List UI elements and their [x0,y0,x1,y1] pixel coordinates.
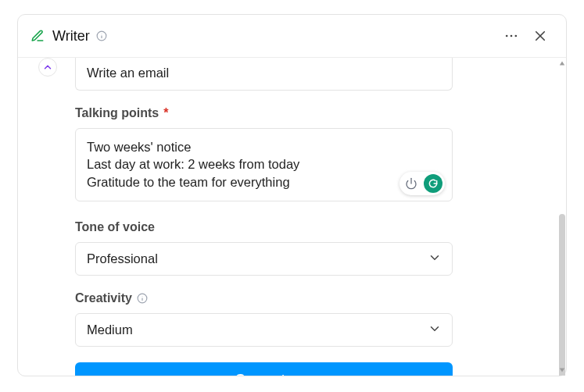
email-type-box[interactable]: Write an email [75,58,453,91]
generate-button[interactable]: Generate [75,362,453,376]
talking-points-label: Talking points* [75,106,453,120]
required-asterisk: * [163,106,168,120]
svg-point-3 [506,35,508,37]
scrollbar-thumb[interactable] [559,214,565,376]
writer-panel: Writer Write an email Talking points* [17,14,567,376]
info-icon[interactable] [137,293,148,304]
writer-form: Write an email Talking points* Tone of v… [75,58,453,376]
creativity-label: Creativity [75,291,453,305]
info-icon[interactable] [96,30,107,41]
email-type-value: Write an email [87,66,169,80]
close-icon[interactable] [528,24,552,48]
svg-point-2 [101,34,102,34]
panel-title: Writer [52,28,90,45]
pencil-icon [30,29,45,43]
talking-points-input[interactable] [75,128,453,201]
tone-value: Professional [87,251,158,265]
creativity-select[interactable]: Medium [75,313,453,347]
panel-header: Writer [18,15,566,57]
step-badge [38,58,57,77]
svg-point-11 [142,296,142,297]
grammarly-widget[interactable] [399,172,445,195]
tone-label: Tone of voice [75,220,453,234]
more-icon[interactable] [499,23,524,48]
tone-select[interactable]: Professional [75,242,453,276]
svg-marker-12 [560,62,564,66]
grammarly-icon[interactable] [424,174,442,193]
svg-marker-13 [560,369,564,372]
scroll-area: Write an email Talking points* Tone of v… [18,58,566,376]
scroll-up-arrow[interactable] [558,59,566,67]
creativity-value: Medium [87,323,133,337]
svg-point-4 [511,35,513,37]
svg-point-5 [515,35,518,37]
scroll-down-arrow[interactable] [558,366,566,374]
power-icon[interactable] [405,177,417,190]
